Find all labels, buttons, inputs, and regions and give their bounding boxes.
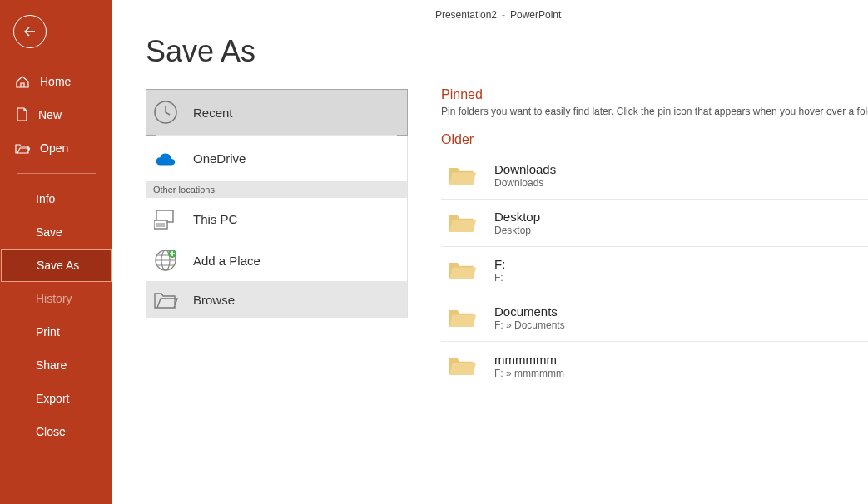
folder-path: F: <box>494 272 505 284</box>
clock-icon <box>153 100 178 125</box>
nav-export-label: Export <box>36 392 69 405</box>
folder-row[interactable]: F:F: <box>441 247 868 294</box>
folder-icon <box>449 355 476 377</box>
nav-close-label: Close <box>36 425 66 438</box>
titlebar-dash: - <box>502 9 505 21</box>
location-browse-label: Browse <box>193 293 235 307</box>
nav-export[interactable]: Export <box>0 382 112 415</box>
open-icon <box>15 141 30 155</box>
folder-path: Downloads <box>494 177 556 189</box>
browse-icon <box>153 289 178 310</box>
folder-icon <box>449 307 476 329</box>
folder-text: F:F: <box>494 257 505 284</box>
locations-panel: Recent OneDrive Other locations This PC … <box>146 89 408 318</box>
nav-info-label: Info <box>36 192 55 205</box>
folder-path: F: » mmmmmm <box>494 368 564 379</box>
nav-new-label: New <box>38 108 62 121</box>
this-pc-icon <box>154 207 177 230</box>
folder-icon <box>449 259 476 281</box>
folder-text: DownloadsDownloads <box>494 162 556 189</box>
location-thispc[interactable]: This PC <box>146 198 407 240</box>
folder-row[interactable]: DownloadsDownloads <box>441 152 868 200</box>
home-icon <box>15 75 30 88</box>
app-title: PowerPoint <box>510 9 561 21</box>
titlebar: Presentation2 - PowerPoint <box>112 0 868 29</box>
nav-close[interactable]: Close <box>0 415 112 448</box>
add-place-icon <box>154 249 177 272</box>
folder-row[interactable]: DocumentsF: » Documents <box>441 294 868 342</box>
folder-path: F: » Documents <box>494 319 565 331</box>
other-locations-header: Other locations <box>146 181 407 198</box>
pinned-heading: Pinned <box>441 87 868 102</box>
location-add-place-label: Add a Place <box>193 254 260 268</box>
folder-name: Downloads <box>494 162 556 176</box>
location-recent[interactable]: Recent <box>146 89 408 136</box>
location-browse[interactable]: Browse <box>146 281 407 318</box>
older-heading: Older <box>441 132 868 147</box>
nav-divider <box>17 173 96 174</box>
nav-home[interactable]: Home <box>0 65 112 98</box>
nav-open-label: Open <box>40 141 68 155</box>
nav-history-label: History <box>36 292 72 305</box>
backstage-sidebar: Home New Open Info Save Save As History … <box>0 0 112 504</box>
location-recent-label: Recent <box>193 106 233 120</box>
content: Save As Recent OneDrive Other locations … <box>112 29 868 504</box>
back-arrow-icon <box>23 26 37 37</box>
nav-open[interactable]: Open <box>0 131 112 165</box>
back-button[interactable] <box>13 15 47 48</box>
location-thispc-label: This PC <box>193 212 237 226</box>
location-onedrive-label: OneDrive <box>193 151 246 166</box>
nav-info[interactable]: Info <box>0 182 112 215</box>
nav-print[interactable]: Print <box>0 315 112 348</box>
nav-save-as[interactable]: Save As <box>1 249 112 282</box>
folder-row[interactable]: mmmmmmF: » mmmmmm <box>441 342 868 389</box>
nav-save-label: Save <box>36 225 62 239</box>
folder-name: mmmmmm <box>494 353 564 367</box>
nav-new[interactable]: New <box>0 98 112 131</box>
pinned-hint: Pin folders you want to easily find late… <box>441 106 868 117</box>
folder-icon <box>449 165 476 186</box>
onedrive-icon <box>154 151 177 167</box>
nav-home-label: Home <box>40 75 71 88</box>
location-add-place[interactable]: Add a Place <box>146 240 407 281</box>
nav-share[interactable]: Share <box>0 348 112 382</box>
folder-name: F: <box>494 257 505 271</box>
nav-save-as-label: Save As <box>37 259 79 272</box>
folder-list: DownloadsDownloadsDesktopDesktopF:F:Docu… <box>441 152 868 389</box>
folder-text: DesktopDesktop <box>494 210 540 236</box>
folder-icon <box>449 212 476 234</box>
doc-title: Presentation2 <box>435 9 497 21</box>
folder-path: Desktop <box>494 225 540 236</box>
recent-folders-column: Pinned Pin folders you want to easily fi… <box>441 29 868 504</box>
location-onedrive[interactable]: OneDrive <box>146 136 407 181</box>
new-icon <box>15 107 28 122</box>
folder-name: Desktop <box>494 210 540 224</box>
main-area: Presentation2 - PowerPoint Save As Recen… <box>112 0 868 504</box>
nav-share-label: Share <box>36 358 67 372</box>
page-heading: Save As <box>146 34 441 69</box>
nav-save[interactable]: Save <box>0 215 112 249</box>
folder-text: mmmmmmF: » mmmmmm <box>494 353 564 379</box>
folder-row[interactable]: DesktopDesktop <box>441 200 868 247</box>
folder-name: Documents <box>494 304 565 319</box>
nav-history: History <box>0 282 112 315</box>
nav-print-label: Print <box>36 325 60 338</box>
locations-column: Save As Recent OneDrive Other locations … <box>146 29 441 504</box>
folder-text: DocumentsF: » Documents <box>494 304 565 331</box>
